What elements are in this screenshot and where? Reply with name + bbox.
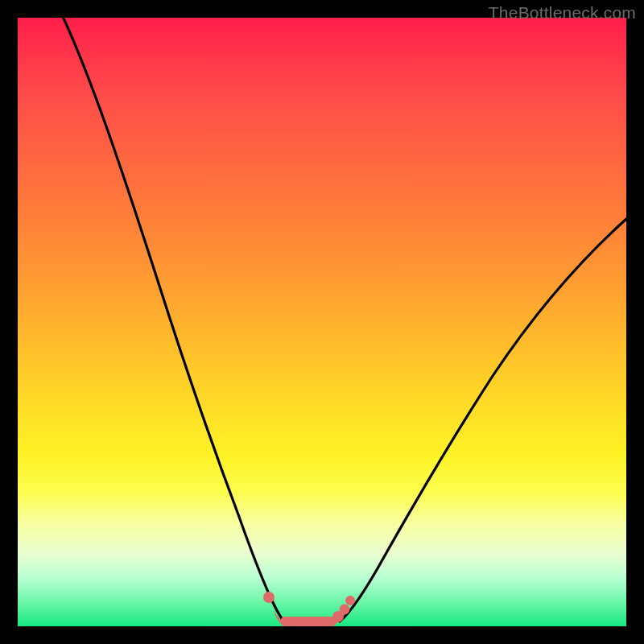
svg-point-3 (340, 605, 350, 615)
svg-point-0 (263, 592, 275, 603)
svg-point-4 (345, 596, 355, 605)
svg-rect-1 (280, 617, 336, 626)
bottleneck-curve-right (340, 219, 626, 621)
bottleneck-curve-left (60, 18, 283, 620)
watermark-text: TheBottleneck.com (489, 3, 636, 23)
curves-layer (18, 18, 626, 626)
plot-area (18, 18, 626, 626)
chart-stage: TheBottleneck.com (0, 0, 644, 644)
